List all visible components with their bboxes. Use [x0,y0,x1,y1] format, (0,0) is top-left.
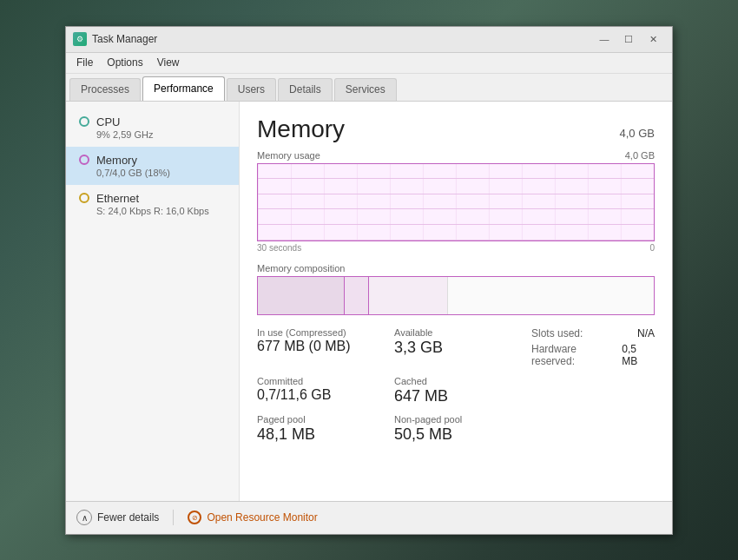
tab-processes[interactable]: Processes [69,78,141,101]
titlebar: ⚙ Task Manager — ☐ ✕ [66,27,672,53]
memory-total: 4,0 GB [620,127,655,140]
svg-rect-1 [258,164,654,240]
task-manager-window: ⚙ Task Manager — ☐ ✕ File Options View P… [65,26,673,535]
resource-monitor-label: Open Resource Monitor [207,511,317,524]
fewer-details-button[interactable]: ∧ Fewer details [76,510,159,525]
menubar: File Options View [66,53,672,74]
stat-available-value: 3,3 GB [394,339,517,357]
fewer-details-label: Fewer details [97,511,159,524]
memory-usage-chart-section: Memory usage 4,0 GB [257,150,655,253]
stat-slots-value: N/A [637,327,655,339]
ethernet-detail: S: 24,0 Kbps R: 16,0 Kbps [96,206,228,216]
content-area: CPU 9% 2,59 GHz Memory 0,7/4,0 GB (18%) … [66,102,672,501]
chart-usage-label: Memory usage [257,150,320,161]
stat-nonpaged-value: 50,5 MB [394,425,517,444]
stat-empty [531,376,655,405]
stat-committed-value: 0,7/11,6 GB [257,387,380,403]
stat-empty-2 [531,414,655,444]
tabbar: Processes Performance Users Details Serv… [66,74,672,102]
memory-header: Memory 4,0 GB [257,115,655,143]
resource-monitor-icon: ⊘ [188,511,201,524]
stat-nonpaged-label: Non-paged pool [394,414,517,425]
stat-inuse-label: In use (Compressed) [257,327,380,338]
stat-available: Available 3,3 GB [394,327,517,367]
app-icon: ⚙ [73,32,87,46]
sidebar-item-ethernet[interactable]: Ethernet S: 24,0 Kbps R: 16,0 Kbps [66,185,239,223]
stat-hw-reserved: Hardware reserved: 0,5 MB [531,343,655,367]
chart-svg [258,164,654,240]
ethernet-indicator [79,193,89,203]
stat-paged: Paged pool 48,1 MB [257,414,380,444]
tab-performance[interactable]: Performance [142,76,225,101]
window-title: Task Manager [92,33,157,45]
stat-hw-reserved-value: 0,5 MB [622,343,655,367]
stat-nonpaged: Non-paged pool 50,5 MB [394,414,517,444]
menu-options[interactable]: Options [100,55,149,70]
chart-label-row: Memory usage 4,0 GB [257,150,655,161]
memory-chart [257,163,655,241]
comp-modified [345,277,368,314]
tab-services[interactable]: Services [334,78,397,101]
stat-inuse: In use (Compressed) 677 MB (0 MB) [257,327,380,367]
menu-view[interactable]: View [150,55,187,70]
close-button[interactable]: ✕ [641,30,665,48]
memory-title: Memory [257,115,345,143]
maximize-button[interactable]: ☐ [616,30,641,48]
sidebar: CPU 9% 2,59 GHz Memory 0,7/4,0 GB (18%) … [66,102,240,501]
sidebar-cpu-header: CPU [79,115,228,128]
footer-divider [173,510,174,525]
sidebar-ethernet-header: Ethernet [79,192,228,205]
comp-standby [369,277,448,314]
cpu-label: CPU [96,115,120,128]
stat-slots-label: Slots used: [531,327,583,339]
composition-section: Memory composition [257,263,655,315]
ethernet-label: Ethernet [96,192,139,205]
stat-committed-label: Committed [257,376,380,386]
sidebar-item-cpu[interactable]: CPU 9% 2,59 GHz [66,109,239,147]
sidebar-item-memory[interactable]: Memory 0,7/4,0 GB (18%) [66,147,239,185]
memory-label: Memory [96,154,137,167]
chart-time-labels: 30 seconds 0 [257,243,655,253]
sidebar-memory-header: Memory [79,154,228,167]
tab-users[interactable]: Users [227,78,276,101]
stat-inuse-value: 677 MB (0 MB) [257,339,380,354]
comp-free [448,277,654,314]
cpu-detail: 9% 2,59 GHz [96,129,228,140]
footer: ∧ Fewer details ⊘ Open Resource Monitor [66,501,672,534]
chart-time-end: 0 [649,243,655,253]
stat-cached: Cached 647 MB [394,376,517,405]
comp-inuse [258,277,345,314]
composition-bar [257,276,655,315]
resource-monitor-link[interactable]: ⊘ Open Resource Monitor [188,511,317,524]
memory-detail: 0,7/4,0 GB (18%) [96,168,228,178]
stat-cached-label: Cached [394,376,517,386]
cpu-indicator [79,116,89,127]
memory-indicator [79,155,89,165]
stat-slots: Slots used: N/A [531,327,655,339]
fewer-details-icon: ∧ [76,510,92,525]
chart-usage-max: 4,0 GB [625,150,655,161]
minimize-button[interactable]: — [592,30,616,48]
stat-committed: Committed 0,7/11,6 GB [257,376,380,405]
stats-grid: In use (Compressed) 677 MB (0 MB) Availa… [257,327,655,444]
stat-hw-reserved-label: Hardware reserved: [531,343,622,367]
stats-right-col: Slots used: N/A Hardware reserved: 0,5 M… [531,327,655,367]
stat-available-label: Available [394,327,517,338]
stat-paged-label: Paged pool [257,414,380,425]
menu-file[interactable]: File [69,55,100,70]
titlebar-left: ⚙ Task Manager [73,32,157,46]
tab-details[interactable]: Details [278,78,333,101]
chart-time-start: 30 seconds [257,243,301,253]
titlebar-controls: — ☐ ✕ [592,30,665,48]
stat-cached-value: 647 MB [394,387,517,405]
main-panel: Memory 4,0 GB Memory usage 4,0 GB [240,102,672,501]
stat-paged-value: 48,1 MB [257,425,380,444]
composition-label: Memory composition [257,263,655,273]
